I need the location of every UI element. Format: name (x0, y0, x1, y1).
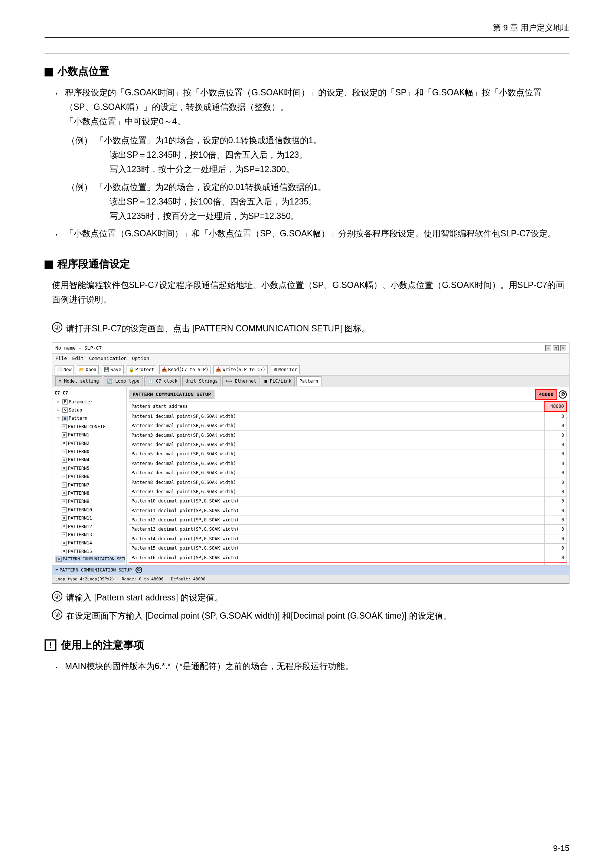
section3-content: ・ MAIN模块的固件版本为6.*.*（*是通配符）之前的场合，无程序段运行功能… (52, 659, 569, 675)
toolbar-monitor[interactable]: 🖥 Monitor (271, 365, 299, 374)
tree-label-p5: PATTERN5 (68, 465, 90, 472)
cell-value-start[interactable]: 48000 (544, 401, 566, 411)
footer-tree-label: PATTERN COMMUNICATION SETUP (59, 566, 132, 574)
notice-icon: ! (45, 639, 56, 651)
toolbar-protect[interactable]: 🔒 Protect (127, 365, 157, 374)
cell-value-p6-sp[interactable]: 0 (544, 459, 566, 468)
main-panel-header: PATTERN COMMUNICATION SETUP 48000 ② (129, 389, 567, 400)
tree-label-p4: PATTERN4 (68, 456, 90, 463)
cell-value-p8-sp[interactable]: 0 (544, 477, 566, 487)
tree-item-pattern15[interactable]: ≡ PATTERN15 (55, 547, 125, 555)
tree-item-pattern11[interactable]: ≡ PATTERN11 (55, 514, 125, 522)
tree-item-parameter[interactable]: ▷ P Parameter (54, 398, 125, 406)
cell-label-p3-sp: Pattern3 decimal point(SP,G.SOAK width) (129, 431, 544, 440)
tab-ethernet[interactable]: ⟺ Ethernet (222, 376, 259, 386)
toolbar-save[interactable]: 💾 Save (102, 365, 124, 374)
cell-label-p8-sp: Pattern8 decimal point(SP,G.SOAK width) (129, 477, 544, 487)
close-button[interactable]: × (560, 345, 566, 351)
toolbar-new[interactable]: 📄 New (54, 365, 74, 374)
example-label-1: （例） (67, 133, 92, 177)
tree-item-pattern-comm-setup[interactable]: ≡ PATTERN COMMUNICATION SETUP (55, 555, 125, 563)
badge-container: 48000 ② (535, 389, 567, 400)
section1-title: 小数点位置 (45, 65, 569, 79)
page-number: 9-15 (553, 843, 569, 853)
cell-label-p7-sp: Pattern7 decimal point(SP,G.SOAK width) (129, 468, 544, 477)
toolbar-read[interactable]: 📥 Read(C7 to SLP) (159, 365, 211, 374)
notice-bullet-text: MAIN模块的固件版本为6.*.*（*是通配符）之前的场合，无程序段运行功能。 (65, 659, 569, 675)
tree-item-pattern4[interactable]: ≡ PATTERN4 (55, 456, 125, 464)
page-header: 第 9 章 用户定义地址 (45, 22, 569, 38)
cell-value-p15-sp[interactable]: 0 (544, 544, 566, 553)
minimize-button[interactable]: － (545, 345, 551, 351)
tree-label-p9: PATTERN9 (68, 498, 90, 505)
example-block-2: （例） 「小数点位置」为2的场合，设定的0.01转换成通信数据的1。 读出SP＝… (67, 180, 569, 223)
tab-unit-strings[interactable]: Unit Strings (182, 376, 221, 386)
tree-icon-p10: ≡ (62, 507, 67, 513)
bullet-text-2: 「小数点位置（G.SOAK时间）」和「小数点位置（SP、G.SOAK幅）」分别按… (65, 226, 569, 242)
cell-label-p10-sp: Pattern10 decimal point(SP,G.SOAK width) (129, 496, 544, 506)
toolbar-open[interactable]: 📂 Open (77, 365, 99, 374)
tree-item-pattern7[interactable]: ≡ PATTERN7 (55, 481, 125, 489)
cell-value-p12-sp[interactable]: 0 (544, 515, 566, 525)
tab-loop-type[interactable]: 🔄 Loop type (104, 376, 143, 386)
cell-label-p2-sp: Pattern2 decimal point(SP,G.SOAK width) (129, 421, 544, 431)
cell-value-p3-sp[interactable]: 0 (544, 431, 566, 440)
tree-item-pattern13[interactable]: ≡ PATTERN13 (55, 531, 125, 539)
tree-item-pattern[interactable]: ▽ ▦ Pattern (54, 414, 125, 422)
cell-value-p5-sp[interactable]: 0 (544, 450, 566, 459)
section2-marker (45, 260, 53, 269)
table-row-p14-sp: Pattern14 decimal point(SP,G.SOAK width)… (129, 534, 567, 543)
tree-item-pattern8[interactable]: ≡ PATTERN8 (55, 489, 125, 497)
tree-item-pattern-config[interactable]: ≡ PATTERN CONFIG (55, 423, 125, 431)
tree-item-pattern12[interactable]: ≡ PATTERN12 (55, 522, 125, 531)
maximize-button[interactable]: □ (553, 345, 559, 351)
tab-pattern[interactable]: Pattern (296, 376, 322, 386)
cell-value-p13-sp[interactable]: 0 (544, 525, 566, 534)
top-divider (45, 53, 569, 53)
tree-label-p14: PATTERN14 (68, 539, 92, 547)
tree-item-pattern5[interactable]: ≡ PATTERN5 (55, 464, 125, 473)
tree-item-pattern14[interactable]: ≡ PATTERN14 (55, 539, 125, 547)
menu-edit[interactable]: Edit (72, 354, 84, 363)
cell-value-p1-time[interactable]: 0 (544, 563, 566, 565)
tree-item-pattern2[interactable]: ≡ PATTERN2 (55, 439, 125, 448)
cell-value-p16-sp[interactable]: 0 (544, 553, 566, 563)
menu-option[interactable]: Option (132, 354, 149, 363)
badge-2: ② (559, 391, 567, 398)
tree-item-pattern10[interactable]: ≡ PATTERN10 (55, 506, 125, 514)
cell-value-p1-sp[interactable]: 0 (544, 412, 566, 421)
tree-item-pattern0[interactable]: ≡ PATTERN0 (55, 448, 125, 456)
cell-value-p10-sp[interactable]: 0 (544, 496, 566, 506)
cell-value-p2-sp[interactable]: 0 (544, 421, 566, 431)
tree-label-setup: Setup (69, 406, 82, 414)
cell-label-p1-sp: Pattern1 decimal point(SP,G.SOAK width) (129, 412, 544, 421)
tab-plclink[interactable]: ■ PLC/Link (261, 376, 295, 386)
tree-item-pattern9[interactable]: ≡ PATTERN9 (55, 497, 125, 505)
tree-label-parameter: Parameter (69, 398, 93, 406)
tree-item-pattern1[interactable]: ≡ PATTERN1 (55, 431, 125, 439)
table-row-p5-sp: Pattern5 decimal point(SP,G.SOAK width) … (129, 450, 567, 459)
tree-item-pattern6[interactable]: ≡ PATTERN6 (55, 473, 125, 480)
table-row-p13-sp: Pattern13 decimal point(SP,G.SOAK width)… (129, 525, 567, 534)
tab-c7-clock[interactable]: 🕐 C7 clock (144, 376, 181, 386)
toolbar-write[interactable]: 📤 Write(SLP to C7) (214, 365, 268, 374)
table-row-p11-sp: Pattern11 decimal point(SP,G.SOAK width)… (129, 506, 567, 515)
cell-value-p7-sp[interactable]: 0 (544, 468, 566, 477)
table-row-p6-sp: Pattern6 decimal point(SP,G.SOAK width) … (129, 459, 567, 468)
cell-value-p4-sp[interactable]: 0 (544, 440, 566, 449)
read-icon: 📥 (161, 366, 167, 374)
table-row-p2-sp: Pattern2 decimal point(SP,G.SOAK width) … (129, 421, 567, 431)
tree-label-p6: PATTERN6 (68, 473, 90, 480)
footer-badge-1: ① (135, 567, 142, 574)
tab-model-setting[interactable]: ⚙ Model setting (55, 376, 102, 386)
tree-icon-p7: ≡ (62, 482, 67, 488)
cell-value-p9-sp[interactable]: 0 (544, 487, 566, 496)
tree-item-setup[interactable]: ▷ S Setup (54, 406, 125, 414)
open-icon: 📂 (79, 366, 85, 374)
cell-value-p11-sp[interactable]: 0 (544, 506, 566, 515)
window-title: No name - SLP-C7 (55, 344, 102, 352)
step-num-1: ① (52, 322, 62, 333)
menu-file[interactable]: File (55, 354, 67, 363)
cell-value-p14-sp[interactable]: 0 (544, 534, 566, 543)
menu-communication[interactable]: Communication (89, 354, 127, 363)
